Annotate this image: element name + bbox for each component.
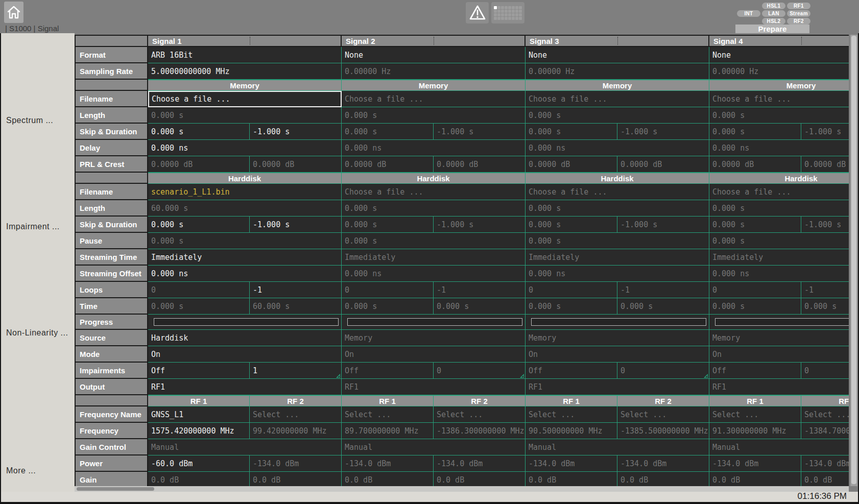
cell-sampling-rate-signal2[interactable]: 0.00000 Hz <box>342 63 526 80</box>
warning-button[interactable] <box>466 2 489 23</box>
cell-gain-signal2-b[interactable]: 0.0 dB <box>434 472 526 486</box>
cell-format-signal1[interactable]: ARB 16Bit <box>148 47 342 63</box>
cell-sampling-rate-signal1[interactable]: 5.00000000000 MHz <box>148 63 342 80</box>
cell-filename-signal3[interactable]: Choose a file ... <box>526 91 709 107</box>
cell-frequency-name-signal2-a[interactable]: Select ... <box>342 406 434 423</box>
cell-gain-signal1-a[interactable]: 0.0 dB <box>148 472 250 486</box>
cell-output-signal1[interactable]: RF1 <box>148 379 342 395</box>
cell-impairments-signal2-b[interactable]: 0 <box>434 363 526 379</box>
cell-gain-signal1-b[interactable]: 0.0 dB <box>250 472 342 486</box>
cell-impairments-signal3-b[interactable]: 0 <box>617 363 709 379</box>
cell-streaming-time-signal2[interactable]: Immediately <box>342 249 526 266</box>
cell-skip-duration-signal1-a[interactable]: 0.000 s <box>148 124 250 140</box>
cell-time-signal2-b[interactable]: 0.000 s <box>434 298 526 315</box>
cell-loops-signal2-a[interactable]: 0 <box>342 282 434 298</box>
cell-delay-signal2[interactable]: 0.000 ns <box>342 140 526 156</box>
cell-time-signal4-a[interactable]: 0.000 s <box>709 298 801 315</box>
cell-power-signal1-a[interactable]: -60.0 dBm <box>148 455 250 472</box>
cell-frequency-signal4-a[interactable]: 91.300000000 MHz <box>709 423 801 439</box>
sidebar-item-impairment[interactable]: Impairment ... <box>6 222 60 231</box>
cell-frequency-name-signal2-b[interactable]: Select ... <box>434 406 526 423</box>
cell-frequency-name-signal4-a[interactable]: Select ... <box>709 406 801 423</box>
cell-format-signal4[interactable]: None <box>709 47 849 63</box>
cell-length-signal3[interactable]: 0.000 s <box>526 107 709 124</box>
cell-power-signal4-a[interactable]: -134.0 dBm <box>709 455 801 472</box>
cell-prl-crest-signal3-b[interactable]: 0.0000 dB <box>617 156 709 173</box>
cell-skip-duration-signal2-a[interactable]: 0.000 s <box>342 124 434 140</box>
cell-sampling-rate-signal4[interactable]: 0.00000 Hz <box>709 63 849 80</box>
cell-frequency-name-signal4-b[interactable]: Select ... <box>801 406 849 423</box>
cell-power-signal3-a[interactable]: -134.0 dBm <box>526 455 617 472</box>
cell-gain-control-signal4[interactable]: Manual <box>709 439 849 455</box>
cell-pause-signal1[interactable]: 0.000 s <box>148 233 342 249</box>
cell-loops-signal4-a[interactable]: 0 <box>709 282 801 298</box>
cell-power-signal1-b[interactable]: -134.0 dBm <box>250 455 342 472</box>
cell-loops-signal3-b[interactable]: -1 <box>617 282 709 298</box>
cell-delay-signal4[interactable]: 0.000 ns <box>709 140 849 156</box>
cell-filename-signal2[interactable]: Choose a file ... <box>342 91 526 107</box>
cell-frequency-signal3-a[interactable]: 90.500000000 MHz <box>526 423 617 439</box>
prepare-button[interactable]: Prepare <box>735 25 809 33</box>
cell-frequency-signal4-b[interactable]: -1384.700000000 MHz <box>801 423 849 439</box>
cell-loops-signal4-b[interactable]: -1 <box>801 282 849 298</box>
cell-frequency-name-signal1-a[interactable]: GNSS_L1 <box>148 406 250 423</box>
cell-source-signal4[interactable]: Memory <box>709 330 849 346</box>
cell-skip-duration-signal4-a[interactable]: 0.000 s <box>709 124 801 140</box>
cell-frequency-name-signal3-a[interactable]: Select ... <box>526 406 617 423</box>
cell-skip-duration-signal4-b[interactable]: -1.000 s <box>801 217 849 233</box>
cell-gain-signal3-a[interactable]: 0.0 dB <box>526 472 617 486</box>
cell-mode-signal2[interactable]: On <box>342 346 526 363</box>
cell-pause-signal2[interactable]: 0.000 s <box>342 233 526 249</box>
vertical-scrollbar[interactable] <box>850 35 857 486</box>
home-button[interactable] <box>4 2 23 23</box>
cell-streaming-offset-signal4[interactable]: 0.000 ns <box>709 266 849 282</box>
cell-mode-signal4[interactable]: On <box>709 346 849 363</box>
cell-power-signal3-b[interactable]: -134.0 dBm <box>617 455 709 472</box>
cell-impairments-signal2-a[interactable]: Off <box>342 363 434 379</box>
cell-skip-duration-signal3-b[interactable]: -1.000 s <box>617 124 709 140</box>
cell-output-signal4[interactable]: RF1 <box>709 379 849 395</box>
cell-streaming-offset-signal1[interactable]: 0.000 ns <box>148 266 342 282</box>
cell-length-signal3[interactable]: 0.000 s <box>526 200 709 217</box>
cell-impairments-signal4-b[interactable]: 0 <box>801 363 849 379</box>
cell-skip-duration-signal3-a[interactable]: 0.000 s <box>526 124 617 140</box>
cell-gain-control-signal1[interactable]: Manual <box>148 439 342 455</box>
cell-time-signal3-b[interactable]: 0.000 s <box>617 298 709 315</box>
cell-filename-signal3[interactable]: Choose a file ... <box>526 184 709 200</box>
sidebar-item-more[interactable]: More ... <box>6 466 36 475</box>
sidebar-item-spectrum[interactable]: Spectrum ... <box>6 116 53 125</box>
cell-frequency-name-signal3-b[interactable]: Select ... <box>617 406 709 423</box>
cell-loops-signal2-b[interactable]: -1 <box>434 282 526 298</box>
cell-delay-signal3[interactable]: 0.000 ns <box>526 140 709 156</box>
cell-source-signal2[interactable]: Memory <box>342 330 526 346</box>
cell-source-signal3[interactable]: Memory <box>526 330 709 346</box>
cell-frequency-signal1-b[interactable]: 99.420000000 MHz <box>250 423 342 439</box>
cell-streaming-time-signal3[interactable]: Immediately <box>526 249 709 266</box>
cell-time-signal1-b[interactable]: 60.000 s <box>250 298 342 315</box>
cell-length-signal2[interactable]: 0.000 s <box>342 200 526 217</box>
cell-length-signal2[interactable]: 0.000 s <box>342 107 526 124</box>
cell-loops-signal1-a[interactable]: 0 <box>148 282 250 298</box>
cell-streaming-offset-signal3[interactable]: 0.000 ns <box>526 266 709 282</box>
cell-power-signal2-a[interactable]: -134.0 dBm <box>342 455 434 472</box>
cell-length-signal4[interactable]: 0.000 s <box>709 107 849 124</box>
cell-gain-control-signal3[interactable]: Manual <box>526 439 709 455</box>
cell-prl-crest-signal4-b[interactable]: 0.0000 dB <box>801 156 849 173</box>
cell-loops-signal1-b[interactable]: -1 <box>250 282 342 298</box>
cell-length-signal1[interactable]: 0.000 s <box>148 107 342 124</box>
cell-impairments-signal1-a[interactable]: Off <box>148 363 250 379</box>
cell-skip-duration-signal4-b[interactable]: -1.000 s <box>801 124 849 140</box>
cell-impairments-signal1-b[interactable]: 1 <box>250 363 342 379</box>
cell-prl-crest-signal1-a[interactable]: 0.0000 dB <box>148 156 250 173</box>
cell-streaming-time-signal4[interactable]: Immediately <box>709 249 849 266</box>
cell-pause-signal4[interactable]: 0.000 s <box>709 233 849 249</box>
horizontal-scrollbar-thumb[interactable] <box>77 487 154 491</box>
cell-format-signal3[interactable]: None <box>526 47 709 63</box>
cell-length-signal4[interactable]: 0.000 s <box>709 200 849 217</box>
cell-prl-crest-signal2-b[interactable]: 0.0000 dB <box>434 156 526 173</box>
cell-loops-signal3-a[interactable]: 0 <box>526 282 617 298</box>
cell-frequency-signal2-b[interactable]: -1386.300000000 MHz <box>434 423 526 439</box>
cell-mode-signal3[interactable]: On <box>526 346 709 363</box>
cell-filename-signal4[interactable]: Choose a file ... <box>709 91 849 107</box>
cell-skip-duration-signal1-a[interactable]: 0.000 s <box>148 217 250 233</box>
